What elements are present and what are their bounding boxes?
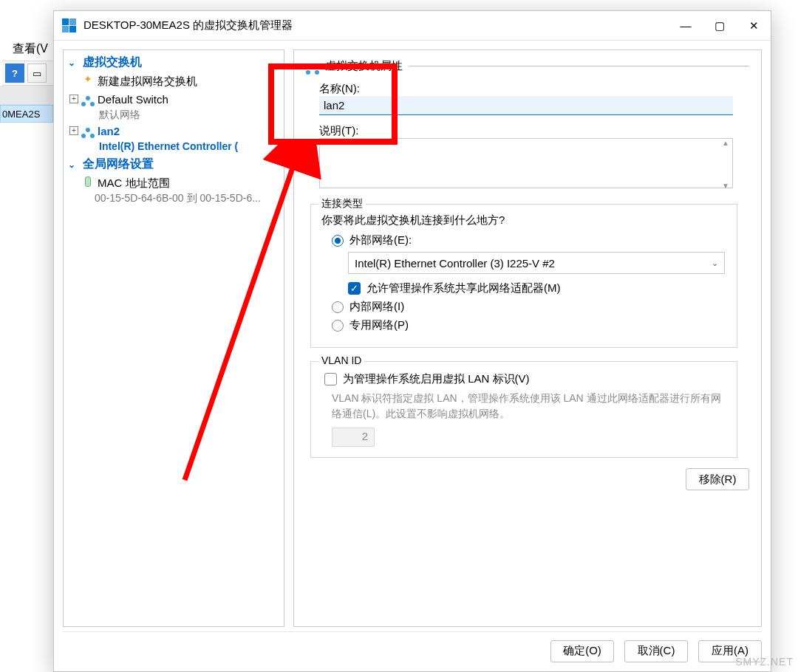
tree-selected-switch-sub: Intel(R) Ethernet Controller ( xyxy=(65,140,282,152)
new-icon xyxy=(81,73,95,86)
radio-label: 外部网络(E): xyxy=(349,233,412,247)
name-input[interactable] xyxy=(319,96,733,115)
network-icon xyxy=(81,123,95,137)
group-title: VLAN ID xyxy=(318,354,364,366)
radio-label: 内部网络(I) xyxy=(349,300,404,314)
props-title: 虚拟交换机属性 xyxy=(325,59,403,73)
tree-label: Default Switch xyxy=(98,92,168,107)
section-virtual-switches: ⌄ 虚拟交换机 xyxy=(65,53,282,72)
left-tree-pane: ⌄ 虚拟交换机 新建虚拟网络交换机 + Default Switch 默认网络 … xyxy=(63,49,284,627)
cancel-button[interactable]: 取消(C) xyxy=(624,640,688,662)
radio-icon xyxy=(332,235,344,247)
section-global-settings: ⌄ 全局网络设置 xyxy=(65,155,282,174)
toolbar-button[interactable]: ▭ xyxy=(27,64,47,83)
desc-label: 说明(T): xyxy=(319,124,749,138)
vlan-hint: VLAN 标识符指定虚拟 LAN，管理操作系统使用该 LAN 通过此网络适配器进… xyxy=(332,391,726,422)
tree-mac-range-sub: 00-15-5D-64-6B-00 到 00-15-5D-6... xyxy=(65,192,282,205)
chevron-down-icon: ⌄ xyxy=(68,58,75,68)
tree-mac-range[interactable]: MAC 地址范围 xyxy=(65,174,282,192)
dialog-button-row: 确定(O) 取消(C) 应用(A) xyxy=(63,631,762,664)
mac-icon xyxy=(81,175,95,188)
radio-private[interactable]: 专用网络(P) xyxy=(332,318,726,332)
group-title: 连接类型 xyxy=(318,197,366,210)
titlebar: DESKTOP-30MEA2S 的虚拟交换机管理器 — ▢ ✕ xyxy=(54,11,771,41)
watermark: SMYZ.NET xyxy=(735,656,794,668)
help-icon[interactable]: ? xyxy=(5,64,24,83)
name-label: 名称(N): xyxy=(319,82,749,96)
tree-default-switch-sub: 默认网络 xyxy=(65,109,282,122)
app-icon xyxy=(61,18,76,33)
radio-internal[interactable]: 内部网络(I) xyxy=(332,300,726,314)
checkbox-icon xyxy=(324,373,337,385)
checkbox-icon xyxy=(348,282,361,295)
tree-default-switch[interactable]: + Default Switch xyxy=(65,90,282,109)
vlan-id-input: 2 xyxy=(332,428,375,447)
divider xyxy=(409,66,749,66)
close-button[interactable]: ✕ xyxy=(737,11,771,41)
connection-type-group: 连接类型 你要将此虚拟交换机连接到什么地方? 外部网络(E): Intel(R)… xyxy=(310,204,737,348)
radio-icon xyxy=(332,320,344,332)
network-icon xyxy=(306,60,319,73)
scrollbar[interactable]: ▲▼ xyxy=(719,139,732,190)
checkbox-enable-vlan[interactable]: 为管理操作系统启用虚拟 LAN 标识(V) xyxy=(324,372,726,386)
section-label: 全局网络设置 xyxy=(83,157,154,172)
radio-external[interactable]: 外部网络(E): xyxy=(332,233,726,247)
chevron-down-icon: ⌄ xyxy=(712,258,718,268)
checkbox-label: 为管理操作系统启用虚拟 LAN 标识(V) xyxy=(343,372,530,386)
host-sidebar-header xyxy=(0,86,53,105)
tree-new-switch[interactable]: 新建虚拟网络交换机 xyxy=(65,72,282,90)
tree-label: 新建虚拟网络交换机 xyxy=(98,73,197,89)
maximize-button[interactable]: ▢ xyxy=(703,11,737,41)
ok-button[interactable]: 确定(O) xyxy=(550,640,614,662)
host-view-menu[interactable]: 查看(V xyxy=(13,41,48,57)
combo-value: Intel(R) Ethernet Controller (3) I225-V … xyxy=(355,257,555,270)
tree-selected-switch[interactable]: + lan2 xyxy=(65,122,282,140)
host-sidebar-selected[interactable]: 0MEA2S xyxy=(0,105,53,123)
chevron-down-icon: ⌄ xyxy=(68,160,75,170)
expand-icon[interactable]: + xyxy=(69,95,78,103)
radio-label: 专用网络(P) xyxy=(349,318,409,332)
checkbox-share-adapter[interactable]: 允许管理操作系统共享此网络适配器(M) xyxy=(348,281,726,295)
connection-question: 你要将此虚拟交换机连接到什么地方? xyxy=(321,213,726,227)
minimize-button[interactable]: — xyxy=(669,11,703,41)
tree-label: MAC 地址范围 xyxy=(98,175,170,191)
desc-textarea[interactable] xyxy=(319,138,733,188)
radio-icon xyxy=(332,301,344,313)
section-label: 虚拟交换机 xyxy=(83,55,142,70)
tree-label: lan2 xyxy=(98,123,120,139)
window-title: DESKTOP-30MEA2S 的虚拟交换机管理器 xyxy=(83,18,293,32)
vlan-group: VLAN ID 为管理操作系统启用虚拟 LAN 标识(V) VLAN 标识符指定… xyxy=(310,361,737,458)
network-icon xyxy=(81,92,95,105)
remove-button[interactable]: 移除(R) xyxy=(686,468,749,490)
checkbox-label: 允许管理操作系统共享此网络适配器(M) xyxy=(366,281,561,295)
right-properties-pane: 虚拟交换机属性 名称(N): 说明(T): ▲▼ 连接类型 你要将此虚拟交换机连… xyxy=(293,49,762,627)
adapter-combobox[interactable]: Intel(R) Ethernet Controller (3) I225-V … xyxy=(348,252,725,274)
host-toolbar: ? ▭ xyxy=(2,61,54,86)
virtual-switch-manager-dialog: DESKTOP-30MEA2S 的虚拟交换机管理器 — ▢ ✕ ⌄ 虚拟交换机 … xyxy=(53,10,771,672)
expand-icon[interactable]: + xyxy=(69,126,78,135)
